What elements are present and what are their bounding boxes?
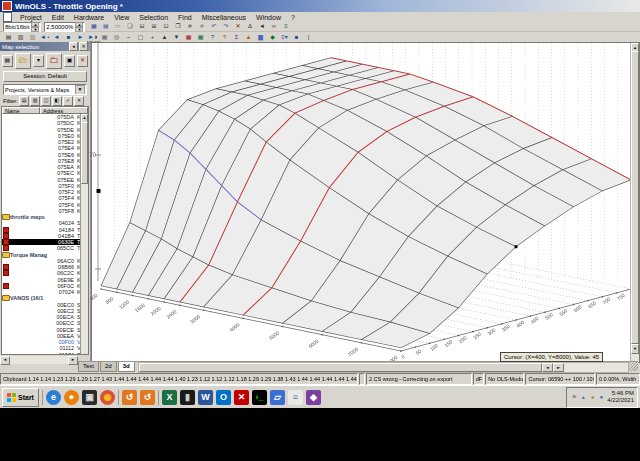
panel-pin-icon[interactable]: ◂ <box>69 42 78 51</box>
taskbar-clock[interactable]: 5:46 PM 4/22/2021 <box>607 390 634 404</box>
grid-large-icon[interactable]: # <box>196 21 207 32</box>
difference-icon[interactable]: Δ <box>244 21 255 32</box>
scroll-down-icon[interactable]: ▼ <box>631 344 639 354</box>
map-row[interactable]: 075E6K <box>2 152 88 158</box>
hex-view-icon[interactable]: ▦ <box>88 21 99 32</box>
menu-item-selection[interactable]: Selection <box>134 14 173 21</box>
open-project-button[interactable]: 🗁 <box>15 53 31 69</box>
value-format-spinner[interactable]: ▲▼ <box>31 22 39 32</box>
list-colored-icon[interactable]: ≡ <box>280 21 291 32</box>
map-row[interactable]: 075DAK <box>2 114 88 120</box>
filter-projects-icon[interactable]: ▤ <box>19 96 29 106</box>
2d-view-icon[interactable]: ▭ <box>112 21 123 32</box>
window-tile-horizontal-icon[interactable]: ⊟ <box>136 21 147 32</box>
tray-flag-icon[interactable]: ⚑ <box>570 393 578 401</box>
tab-text[interactable]: Text <box>78 362 99 372</box>
filter-marked-icon[interactable]: ✓ <box>63 96 73 106</box>
winols-session2-icon[interactable]: ↺ <box>140 390 155 405</box>
word-icon[interactable]: W <box>198 390 213 405</box>
map-row[interactable]: 00EC0S <box>2 302 88 308</box>
scrollbar-thumb[interactable] <box>631 51 639 344</box>
chrome-icon[interactable]: ◉ <box>100 390 115 405</box>
map-row[interactable]: 01274E <box>2 352 88 355</box>
scroll-right-icon[interactable]: ► <box>68 356 78 365</box>
map-row[interactable]: 075DCK <box>2 120 88 126</box>
tray-update-icon[interactable]: ● <box>597 393 605 401</box>
map-row[interactable]: 075ECK <box>2 170 88 176</box>
map-row[interactable]: 06AC0K <box>2 258 88 264</box>
media-center-icon[interactable]: ◆ <box>306 390 321 405</box>
window-tile-vertical-icon[interactable]: ⊞ <box>148 21 159 32</box>
text-view-icon[interactable]: ▤ <box>100 21 111 32</box>
window-cascade-icon[interactable]: ❏ <box>124 21 135 32</box>
map-folder-row[interactable]: throttle maps <box>2 214 88 220</box>
map-row[interactable]: 075E2K <box>2 139 88 145</box>
column-header-name[interactable]: Name <box>2 107 40 114</box>
link-icon[interactable]: ∞ <box>268 21 279 32</box>
map-folder-row[interactable]: VANOS (16/1 <box>2 295 88 301</box>
paste-map-icon[interactable]: ▥ <box>27 32 38 43</box>
winols-session-icon[interactable]: ↺ <box>122 390 137 405</box>
outlook-icon[interactable]: O <box>216 390 231 405</box>
start-button[interactable]: Start <box>2 388 39 407</box>
nav-stop-icon[interactable]: ■ <box>63 32 74 43</box>
filter-folders-icon[interactable]: ◫ <box>41 96 51 106</box>
window-new-icon[interactable]: ❐ <box>172 21 183 32</box>
tree-mode-select[interactable]: Projects, Versions & Maps ▼ <box>3 84 87 95</box>
export-button[interactable]: ▣ <box>64 55 75 67</box>
folder-app-icon[interactable]: ▱ <box>270 390 285 405</box>
map-row[interactable]: 075F2K <box>2 189 88 195</box>
scrollbar-track[interactable] <box>10 356 68 364</box>
play-back-icon[interactable]: ◄ <box>256 21 267 32</box>
map-row[interactable]: 04184T <box>2 227 88 233</box>
grid-small-icon[interactable]: # <box>184 21 195 32</box>
zoom-factor-spinner[interactable]: ▲▼ <box>75 22 83 32</box>
menu-item-edit[interactable]: Edit <box>47 14 69 21</box>
menu-item-hardware[interactable]: Hardware <box>69 14 109 21</box>
value-format-combo[interactable]: 8bit/16bit ▲▼ <box>3 22 41 32</box>
map-row[interactable]: 07024K <box>2 289 88 295</box>
throttle-map-surface-chart[interactable] <box>81 41 633 362</box>
undo-icon[interactable]: ↶ <box>208 21 219 32</box>
map-row[interactable]: 00F00V <box>2 339 88 345</box>
map-row[interactable]: 00EEAV <box>2 333 88 339</box>
map-row[interactable]: 041B4T <box>2 233 88 239</box>
excel-icon[interactable]: X <box>162 390 177 405</box>
map-row[interactable]: 075E4K <box>2 145 88 151</box>
scroll-left-icon[interactable]: ◄ <box>0 356 10 365</box>
size-grip[interactable] <box>629 362 638 371</box>
copy-map-icon[interactable]: ▥ <box>15 32 26 43</box>
filter-maps-icon[interactable]: ◧ <box>52 96 62 106</box>
nav-prev-icon[interactable]: ◄ <box>51 32 62 43</box>
menu-item-[interactable]: ? <box>286 14 300 21</box>
map-row[interactable]: 075F4K <box>2 195 88 201</box>
media-player-icon[interactable]: ● <box>64 390 79 405</box>
map-row[interactable]: 075EAK <box>2 164 88 170</box>
menu-item-view[interactable]: View <box>109 14 134 21</box>
open-dropdown-icon[interactable]: ▾ <box>33 55 44 67</box>
print-icon[interactable]: ▤ <box>3 32 14 43</box>
filter-versions-icon[interactable]: ▥ <box>30 96 40 106</box>
map-3d-view[interactable]: ▲ ▼ <box>91 42 640 363</box>
zoom-factor-combo[interactable]: 2,50000% ▲▼ <box>44 22 85 32</box>
tab-3d[interactable]: 3d <box>118 362 135 372</box>
internet-explorer-icon[interactable]: e <box>46 390 61 405</box>
scroll-left-icon[interactable]: ◄ <box>542 363 553 372</box>
menu-item-find[interactable]: Find <box>173 14 197 21</box>
menu-item-window[interactable]: Window <box>251 14 286 21</box>
map-row[interactable]: 075E0K <box>2 133 88 139</box>
map-row[interactable]: 06E9EK <box>2 277 88 283</box>
map-row[interactable]: 075EEK <box>2 177 88 183</box>
map-row[interactable]: 01112V <box>2 345 88 351</box>
map-row[interactable]: 075F8K <box>2 208 88 214</box>
map-list-horizontal-scrollbar[interactable]: ◄ ► <box>0 356 78 364</box>
photo-viewer-icon[interactable]: ▣ <box>82 390 97 405</box>
import-file-button[interactable]: 🗀 <box>46 53 62 69</box>
redo-icon[interactable]: ↷ <box>220 21 231 32</box>
map-view-vertical-scrollbar[interactable]: ▲ ▼ <box>630 43 639 362</box>
scroll-right-icon[interactable]: ► <box>553 363 564 372</box>
map-row[interactable]: 075E8K <box>2 158 88 164</box>
map-row[interactable]: 00ECES <box>2 327 88 333</box>
map-row[interactable]: 00ECAS <box>2 314 88 320</box>
map-row[interactable]: 0630ET <box>2 239 88 245</box>
